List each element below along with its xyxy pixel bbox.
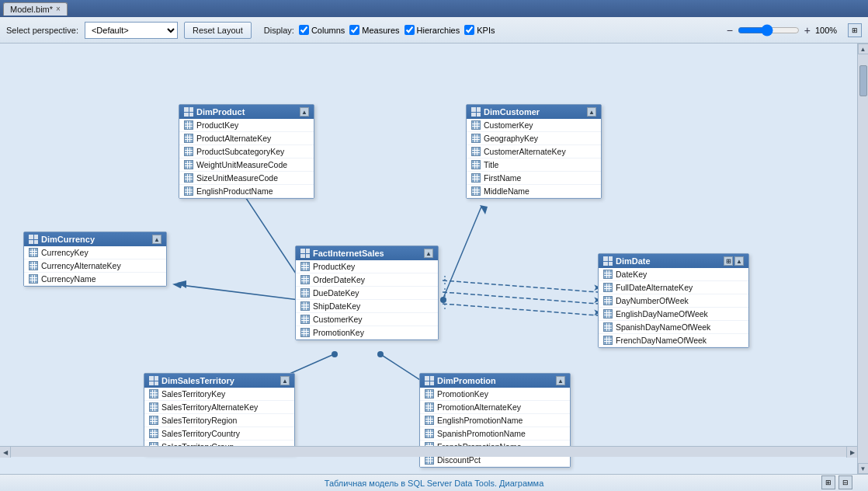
dimdate-fields[interactable]: DateKey FullDateAlternateKey DayNumberOf… — [599, 268, 748, 347]
dimproduct-collapse-button[interactable]: ▲ — [300, 107, 309, 117]
columns-checkbox[interactable] — [299, 25, 309, 35]
reset-layout-button[interactable]: Reset Layout — [184, 22, 252, 39]
dimdate-table: DimDate ⊞ ▲ DateKey FullDateAlternateKey… — [598, 253, 749, 348]
grid-view-icon[interactable]: ⊞ — [821, 475, 835, 489]
field-icon — [29, 261, 38, 270]
field-icon — [184, 120, 193, 130]
svg-point-19 — [440, 297, 446, 303]
dimproduct-header[interactable]: DimProduct ▲ — [179, 105, 314, 119]
close-tab-button[interactable]: × — [56, 5, 61, 13]
dimcustomer-fields[interactable]: CustomerKey GeographyKey CustomerAlterna… — [467, 119, 601, 198]
field-icon — [471, 160, 481, 169]
dimpromotion-title: DimPromotion — [437, 376, 496, 385]
vertical-scrollbar[interactable]: ▲ ▼ — [857, 44, 868, 474]
field-icon — [603, 322, 613, 332]
scroll-down-arrow[interactable]: ▼ — [858, 463, 869, 474]
table-icon — [471, 107, 481, 117]
svg-point-21 — [377, 351, 384, 357]
measures-checkbox-label[interactable]: Measures — [349, 25, 399, 35]
field-frenchdaynameofweek: FrenchDayNameOfWeek — [599, 334, 748, 347]
field-icon — [184, 173, 193, 183]
field-customerkey: CustomerKey — [467, 119, 601, 132]
field-datekey: DateKey — [599, 268, 748, 281]
field-promotionkey-dim: PromotionKey — [420, 388, 570, 401]
status-text: Табличная модель в SQL Server Data Tools… — [325, 479, 544, 488]
field-orderdatekey: OrderDateKey — [296, 273, 438, 287]
field-englishproductname: EnglishProductName — [179, 185, 314, 198]
zoom-slider[interactable] — [738, 24, 800, 37]
scroll-up-arrow[interactable]: ▲ — [858, 44, 869, 54]
table-icon — [184, 107, 193, 117]
dimpromotion-collapse-button[interactable]: ▲ — [556, 376, 565, 385]
factinternetsales-fields[interactable]: ProductKey OrderDateKey DueDateKey ShipD… — [296, 260, 438, 340]
field-icon — [603, 336, 613, 345]
fit-to-screen-button[interactable]: ⊞ — [848, 23, 862, 37]
perspective-label: Select perspective: — [6, 26, 78, 35]
field-icon — [425, 429, 434, 438]
factinternetsales-collapse-button[interactable]: ▲ — [424, 249, 433, 258]
columns-checkbox-label[interactable]: Columns — [299, 25, 345, 35]
field-productalternatekey: ProductAlternateKey — [179, 132, 314, 145]
dimcustomer-header[interactable]: DimCustomer ▲ — [467, 105, 601, 119]
dimsalesterritory-title: DimSalesTerritory — [161, 376, 234, 385]
field-spanishpromotionname: SpanishPromotionName — [420, 427, 570, 441]
factinternetsales-header[interactable]: FactInternetSales ▲ — [296, 246, 438, 260]
dimdate-header[interactable]: DimDate ⊞ ▲ — [599, 254, 748, 268]
model-tab[interactable]: Model.bim* × — [3, 2, 68, 16]
kpis-checkbox[interactable] — [464, 25, 474, 35]
field-englishpromotionname: EnglishPromotionName — [420, 414, 570, 427]
zoom-decrease-icon[interactable]: − — [727, 24, 733, 37]
title-bar: Model.bim* × — [0, 0, 868, 17]
field-icon — [300, 328, 310, 337]
field-icon — [425, 416, 434, 425]
zoom-increase-icon[interactable]: + — [804, 24, 811, 37]
dimcurrency-header[interactable]: DimCurrency ▲ — [24, 232, 166, 246]
field-salesterritoryregion: SalesTerritoryRegion — [144, 414, 294, 427]
dimsalesterritory-collapse-button[interactable]: ▲ — [280, 376, 290, 385]
perspective-select[interactable]: <Default> — [85, 22, 178, 39]
svg-line-5 — [443, 304, 598, 315]
field-icon — [184, 186, 193, 196]
field-icon — [184, 134, 193, 143]
field-currencyname: CurrencyName — [24, 273, 166, 286]
horizontal-scrollbar[interactable]: ◀ ▶ — [0, 446, 857, 457]
dimdate-title: DimDate — [616, 256, 651, 266]
field-icon — [603, 270, 613, 279]
dimproduct-fields[interactable]: ProductKey ProductAlternateKey ProductSu… — [179, 119, 314, 198]
dimsalesterritory-fields[interactable]: SalesTerritoryKey SalesTerritoryAlternat… — [144, 388, 294, 454]
field-icon — [471, 173, 481, 183]
dimcurrency-fields[interactable]: CurrencyKey CurrencyAlternateKey Currenc… — [24, 246, 166, 286]
field-icon — [471, 186, 481, 196]
table-icon — [300, 249, 310, 258]
dimcustomer-collapse-button[interactable]: ▲ — [587, 107, 596, 117]
field-icon — [603, 296, 613, 305]
dimcurrency-collapse-button[interactable]: ▲ — [152, 235, 161, 244]
field-customerkey-fact: CustomerKey — [296, 313, 438, 326]
field-duedatekey: DueDateKey — [296, 287, 438, 300]
svg-line-4 — [443, 292, 598, 304]
table-icon — [29, 235, 38, 244]
status-icons: ⊞ ⊟ — [821, 475, 852, 489]
kpis-label: KPIs — [477, 26, 495, 35]
hierarchies-checkbox[interactable] — [404, 25, 415, 35]
columns-label: Columns — [311, 26, 345, 35]
scroll-left-arrow[interactable]: ◀ — [0, 447, 11, 458]
field-englishdaynameofweek: EnglishDayNameOfWeek — [599, 308, 748, 321]
scroll-thumb-vertical[interactable] — [859, 65, 867, 96]
display-label: Display: — [264, 26, 294, 35]
dimsalesterritory-header[interactable]: DimSalesTerritory ▲ — [144, 374, 294, 388]
measures-checkbox[interactable] — [349, 25, 359, 35]
scroll-right-arrow[interactable]: ▶ — [846, 447, 857, 458]
dimcurrency-title: DimCurrency — [41, 235, 95, 244]
field-fulldatealternatekey: FullDateAlternateKey — [599, 281, 748, 294]
dimpromotion-header[interactable]: DimPromotion ▲ — [420, 374, 570, 388]
dimcurrency-table: DimCurrency ▲ CurrencyKey CurrencyAltern… — [23, 232, 167, 287]
field-title: Title — [467, 158, 601, 172]
dimdate-expand-button[interactable]: ⊞ — [724, 256, 733, 266]
kpis-checkbox-label[interactable]: KPIs — [464, 25, 495, 35]
hierarchies-checkbox-label[interactable]: Hierarchies — [404, 25, 460, 35]
dimdate-collapse-button[interactable]: ▲ — [734, 256, 744, 266]
field-icon — [300, 288, 310, 298]
field-icon — [471, 120, 481, 130]
diagram-view-icon[interactable]: ⊟ — [838, 475, 852, 489]
